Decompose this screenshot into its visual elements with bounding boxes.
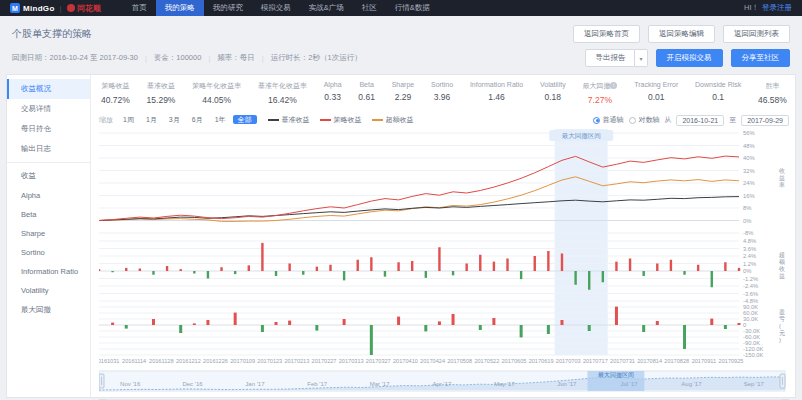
date-to-input[interactable]: 2017-09-29 xyxy=(741,115,789,126)
bars_daily_pnl-bar xyxy=(152,319,155,325)
x-axis-label: 20170424 xyxy=(420,358,445,364)
sidebar-item-Beta[interactable]: Beta xyxy=(7,205,90,224)
nav-item-首页[interactable]: 首页 xyxy=(123,0,156,16)
range-button-1年[interactable]: 1年 xyxy=(210,115,231,124)
legend-超额收益[interactable]: 超额收益 xyxy=(372,115,414,125)
header-button-2[interactable]: 返回回测列表 xyxy=(723,25,790,43)
start-simulation-button[interactable]: 开启模拟交易 xyxy=(656,49,723,67)
export-caret-icon[interactable]: ▾ xyxy=(635,49,647,67)
legend-基准收益[interactable]: 基准收益 xyxy=(268,115,310,125)
bars_daily_pnl-bar xyxy=(738,323,741,325)
param-separator: | xyxy=(208,54,210,63)
metric-value: 7.27% xyxy=(582,95,617,105)
svg-text:-8%: -8% xyxy=(743,230,753,236)
export-report-button[interactable]: 导出报告 xyxy=(585,49,635,67)
svg-text:0%: 0% xyxy=(743,268,751,274)
range-button-1月[interactable]: 1月 xyxy=(141,115,162,124)
range-button-全部[interactable]: 全部 xyxy=(233,115,257,124)
sidebar-item-Information Ratio[interactable]: Information Ratio xyxy=(7,262,90,281)
bars_daily_excess-bar xyxy=(738,268,740,271)
x-axis-label: 20170227 xyxy=(312,358,337,364)
range-button-1周[interactable]: 1周 xyxy=(118,115,139,124)
range-button-6月[interactable]: 6月 xyxy=(187,115,208,124)
x-axis-label: 20161128 xyxy=(149,358,173,364)
svg-text:16%: 16% xyxy=(743,193,755,199)
info-icon[interactable]: i xyxy=(610,82,617,89)
performance-chart[interactable]: 56%48%40%32%24%16%8%0%-8%收益率4.8%3.6%2.4%… xyxy=(99,129,789,369)
nav-item-行情&数据[interactable]: 行情&数据 xyxy=(386,0,439,16)
nav-item-社区[interactable]: 社区 xyxy=(353,0,386,16)
metric-value: 44.05% xyxy=(192,95,241,105)
sidebar-item-收益概况[interactable]: 收益概况 xyxy=(7,79,90,99)
sidebar-item-输出日志[interactable]: 输出日志 xyxy=(7,139,90,159)
metric-label: 策略收益 xyxy=(101,81,130,91)
metric-策略收益: 策略收益40.72% xyxy=(101,81,130,111)
svg-text:-3.6%: -3.6% xyxy=(743,291,758,297)
bars_daily_excess-bar xyxy=(602,271,604,282)
chart-navigator[interactable]: 最大回撤区间Nov '16Dec '16Jan '17Feb '17Mar '1… xyxy=(99,369,789,397)
greeting-text: HI！ xyxy=(744,3,759,13)
navigator-month-label: Nov '16 xyxy=(120,381,141,387)
bars_daily_excess-bar xyxy=(275,271,277,276)
bars_daily_pnl-bar xyxy=(683,325,686,349)
sidebar-item-交易详情[interactable]: 交易详情 xyxy=(7,99,90,119)
bars_daily_excess-bar xyxy=(683,271,685,275)
metric-value: 1.46 xyxy=(470,92,523,102)
bars_daily_excess-bar xyxy=(288,264,290,272)
header-button-1[interactable]: 返回策略编辑 xyxy=(648,25,715,43)
x-axis-label: 20170911 xyxy=(692,358,716,364)
metric-基准收益: 基准收益15.29% xyxy=(147,81,176,111)
sidebar-item-每日持仓[interactable]: 每日持仓 xyxy=(7,119,90,139)
nav-item-实战&广场[interactable]: 实战&广场 xyxy=(300,0,353,16)
bars_daily_pnl-bar xyxy=(520,325,523,337)
bars_daily_pnl-bar xyxy=(111,323,114,325)
bars_daily_excess-bar xyxy=(534,256,536,271)
bars_daily_pnl-bar xyxy=(615,307,618,325)
range-button-3月[interactable]: 3月 xyxy=(164,115,185,124)
bars_daily_pnl-bar xyxy=(261,325,264,332)
legend-策略收益[interactable]: 策略收益 xyxy=(320,115,362,125)
result-sidebar: 收益概况交易详情每日持仓输出日志收益AlphaBetaSharpeSortino… xyxy=(7,75,91,397)
sidebar-item-Sortino[interactable]: Sortino xyxy=(7,243,90,262)
sidebar-item-Volatility[interactable]: Volatility xyxy=(7,281,90,300)
x-axis-label: 20161226 xyxy=(203,358,228,364)
x-axis-label: 20170123 xyxy=(257,358,282,364)
bars_daily_excess-bar xyxy=(425,271,427,278)
sidebar-item-Sharpe[interactable]: Sharpe xyxy=(7,224,90,243)
metric-Beta: Beta0.61 xyxy=(358,81,375,111)
svg-text:-1.2%: -1.2% xyxy=(743,276,758,282)
metric-label: 策略年化收益率 xyxy=(192,81,241,91)
bars_daily_excess-bar xyxy=(316,267,318,271)
bars_daily_excess-bar xyxy=(343,271,345,280)
bars_daily_pnl-bar xyxy=(343,319,346,325)
svg-text:56%: 56% xyxy=(743,130,755,136)
date-from-input[interactable]: 2016-10-21 xyxy=(676,115,724,126)
bars_daily_pnl-bar xyxy=(234,313,237,325)
bars_daily_pnl-bar xyxy=(710,319,713,325)
bars_daily_excess-bar xyxy=(234,271,236,274)
nav-item-我的研究[interactable]: 我的研究 xyxy=(204,0,252,16)
login-register-link[interactable]: 登录注册 xyxy=(762,3,792,13)
brand-mindgo[interactable]: MindGo xyxy=(23,4,55,13)
brand-tonghuashun[interactable]: 同花顺 xyxy=(77,3,101,14)
share-to-community-button[interactable]: 分享至社区 xyxy=(731,49,791,67)
bars_daily_excess-bar xyxy=(629,259,631,272)
sidebar-item-收益[interactable]: 收益 xyxy=(7,166,90,186)
bars_daily_excess-bar xyxy=(207,271,209,279)
bars_daily_excess-bar xyxy=(588,271,590,290)
metric-label: Alpha xyxy=(324,81,342,88)
nav-item-模拟交易[interactable]: 模拟交易 xyxy=(252,0,300,16)
nav-item-我的策略[interactable]: 我的策略 xyxy=(156,0,204,16)
navigator-month-label: Apr '17 xyxy=(433,381,452,387)
bars_daily_excess-bar xyxy=(711,271,713,287)
sidebar-item-Alpha[interactable]: Alpha xyxy=(7,186,90,205)
bars_daily_excess-bar xyxy=(438,247,440,271)
metric-value: 3.96 xyxy=(431,92,453,102)
metric-label: Beta xyxy=(358,81,375,88)
navigator-month-label: Jul '17 xyxy=(621,381,639,387)
radio-普通轴[interactable]: 普通轴 xyxy=(593,115,623,125)
bars_daily_excess-bar xyxy=(452,271,454,275)
radio-对数轴[interactable]: 对数轴 xyxy=(629,115,659,125)
sidebar-item-最大回撤[interactable]: 最大回撤 xyxy=(7,300,90,320)
header-button-0[interactable]: 返回策略首页 xyxy=(573,25,640,43)
